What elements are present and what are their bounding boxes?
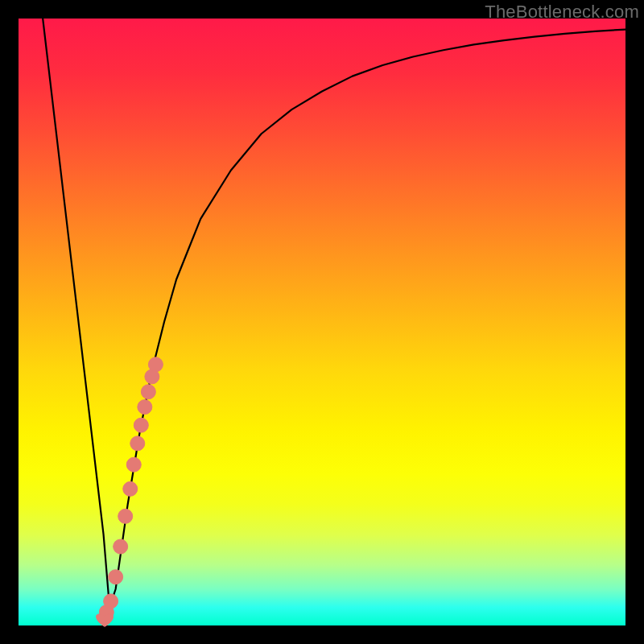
marker-dot bbox=[134, 418, 148, 432]
plot-area bbox=[19, 19, 625, 625]
marker-dot bbox=[109, 570, 123, 584]
marker-dot bbox=[130, 436, 145, 451]
heart-icon bbox=[97, 614, 114, 626]
vertex-marker bbox=[97, 614, 114, 626]
marker-dot bbox=[126, 457, 141, 472]
watermark-text: TheBottleneck.com bbox=[485, 2, 639, 23]
highlighted-segment bbox=[99, 357, 163, 620]
chart-frame: TheBottleneck.com bbox=[0, 0, 644, 644]
chart-svg bbox=[19, 19, 625, 625]
marker-dot bbox=[123, 481, 138, 496]
marker-dot bbox=[138, 400, 152, 415]
marker-dot bbox=[104, 594, 118, 609]
marker-dot bbox=[141, 385, 155, 399]
marker-dot bbox=[114, 539, 128, 554]
marker-dot bbox=[118, 509, 133, 523]
marker-dot bbox=[148, 357, 163, 372]
